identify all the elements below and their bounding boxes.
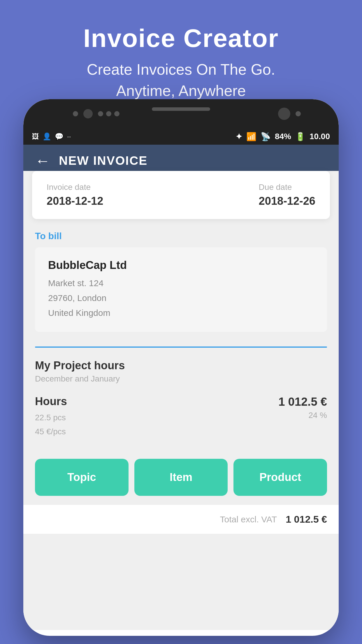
project-section: My Project hours December and January Ho… — [23, 348, 339, 447]
invoice-date-label: Invoice date — [47, 183, 103, 192]
item-qty: 22.5 pcs — [35, 411, 67, 425]
item-button[interactable]: Item — [134, 459, 228, 496]
nav-title: NEW INVOICE — [59, 154, 147, 168]
back-button[interactable]: ← — [35, 152, 50, 169]
due-date-block: Due date 2018-12-26 — [259, 183, 315, 207]
footer-total: Total excl. VAT 1 012.5 € — [23, 505, 339, 534]
camera-right-sensors — [278, 108, 301, 120]
project-title: My Project hours — [35, 359, 327, 372]
to-bill-section: To bill BubbleCap Ltd Market st. 124 297… — [23, 219, 339, 335]
due-date-label: Due date — [259, 183, 315, 192]
due-date-value[interactable]: 2018-12-26 — [259, 195, 315, 207]
client-name: BubbleCap Ltd — [48, 259, 314, 272]
photo-icon: 🖼 — [32, 132, 39, 141]
wifi-icon: 📶 — [246, 132, 256, 141]
battery-icon: 🔋 — [295, 132, 305, 141]
item-right: 1 012.5 € 24 % — [278, 395, 327, 420]
product-button[interactable]: Product — [233, 459, 327, 496]
phone-top — [23, 99, 339, 128]
status-left-icons: 🖼 👤 💬 ·· — [32, 132, 71, 141]
invoice-date-value[interactable]: 2018-12-12 — [47, 195, 103, 207]
phone-frame: 🖼 👤 💬 ·· ✦ 📶 📡 84% 🔋 10.00 ← NEW INVOICE… — [23, 99, 339, 636]
message-icon: 💬 — [55, 132, 64, 141]
item-row: Hours 22.5 pcs 45 €/pcs 1 012.5 € 24 % — [35, 392, 327, 441]
notch-bar — [152, 107, 210, 111]
invoice-date-block: Invoice date 2018-12-12 — [47, 183, 103, 207]
client-card[interactable]: BubbleCap Ltd Market st. 124 29760, Lond… — [35, 247, 327, 332]
app-title: Invoice Creator — [0, 23, 362, 53]
client-address: Market st. 124 29760, London United King… — [48, 276, 314, 320]
status-right-icons: ✦ 📶 📡 84% 🔋 10.00 — [236, 132, 330, 141]
battery-percent: 84% — [275, 132, 291, 141]
phone-content: Invoice date 2018-12-12 Due date 2018-12… — [23, 171, 339, 630]
footer-total-label: Total excl. VAT — [220, 514, 277, 524]
footer-total-amount: 1 012.5 € — [286, 514, 327, 525]
more-icon: ·· — [67, 132, 71, 141]
item-left: Hours 22.5 pcs 45 €/pcs — [35, 395, 67, 438]
person-icon: 👤 — [43, 132, 51, 141]
project-subtitle: December and January — [35, 374, 327, 384]
clock: 10.00 — [310, 132, 330, 141]
camera-sensors — [73, 109, 120, 118]
item-total: 1 012.5 € — [278, 395, 327, 408]
to-bill-label: To bill — [35, 231, 327, 242]
app-subtitle: Create Invoices On The Go. Anytime, Anyw… — [0, 59, 362, 102]
action-buttons: Topic Item Product — [23, 447, 339, 496]
topic-button[interactable]: Topic — [35, 459, 129, 496]
signal-icon: 📡 — [261, 132, 271, 141]
status-bar: 🖼 👤 💬 ·· ✦ 📶 📡 84% 🔋 10.00 — [23, 128, 339, 145]
date-card: Invoice date 2018-12-12 Due date 2018-12… — [32, 171, 330, 219]
item-vat: 24 % — [278, 411, 327, 420]
bluetooth-icon: ✦ — [236, 132, 242, 141]
item-name: Hours — [35, 395, 67, 408]
item-rate: 45 €/pcs — [35, 425, 67, 439]
